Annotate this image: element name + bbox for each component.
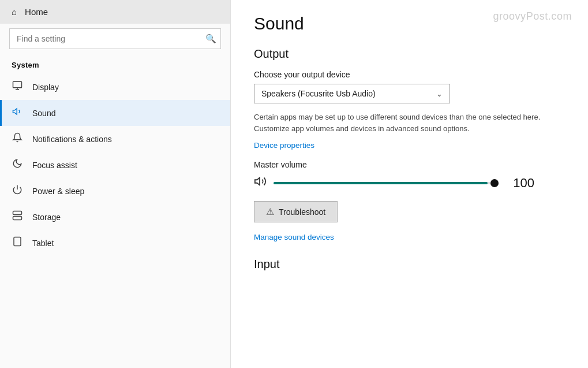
dropdown-arrow-icon: ⌄ [436, 90, 443, 98]
manage-sound-devices-link[interactable]: Manage sound devices [254, 233, 334, 241]
sidebar-item-tablet[interactable]: Tablet [0, 230, 230, 256]
sidebar-section-label: System [0, 57, 230, 74]
sidebar-item-display[interactable]: Display [0, 74, 230, 100]
volume-value: 100 [505, 176, 534, 191]
sidebar-item-display-label: Display [32, 83, 59, 92]
display-icon [12, 80, 23, 94]
device-label: Choose your output device [254, 70, 565, 79]
sidebar-item-sound[interactable]: Sound [0, 100, 230, 126]
sidebar-item-notifications-label: Notifications & actions [32, 135, 112, 144]
sidebar-item-power-label: Power & sleep [32, 187, 84, 196]
focus-icon [12, 158, 23, 172]
sidebar-item-tablet-label: Tablet [32, 239, 54, 248]
sidebar-nav: Display Sound Notifications & actio [0, 74, 230, 256]
device-properties-link[interactable]: Device properties [254, 141, 314, 150]
output-section: Output Choose your output device Speaker… [254, 47, 565, 252]
storage-icon [12, 210, 23, 224]
sidebar-item-home[interactable]: ⌂ Home [0, 0, 230, 24]
output-device-value: Speakers (Focusrite Usb Audio) [261, 89, 376, 98]
svg-marker-11 [255, 178, 260, 185]
volume-section: Master volume 100 [254, 160, 565, 191]
slider-thumb[interactable] [490, 179, 499, 187]
output-info-text: Certain apps may be set up to use differ… [254, 111, 565, 134]
search-button[interactable]: 🔍 [205, 34, 216, 44]
output-section-title: Output [254, 47, 565, 61]
sidebar: ⌂ Home 🔍 System Display [0, 0, 231, 368]
svg-rect-6 [13, 217, 22, 220]
search-input[interactable] [9, 28, 221, 49]
sidebar-item-sound-label: Sound [32, 109, 55, 118]
warning-icon: ⚠ [266, 206, 274, 217]
svg-rect-0 [13, 81, 22, 88]
sidebar-item-focus[interactable]: Focus assist [0, 152, 230, 178]
sidebar-search-container: 🔍 [9, 28, 221, 49]
svg-marker-3 [13, 109, 17, 115]
volume-slider[interactable] [274, 182, 499, 184]
sound-icon [12, 106, 23, 120]
power-icon [12, 184, 23, 198]
troubleshoot-button[interactable]: ⚠ Troubleshoot [254, 201, 338, 222]
troubleshoot-label: Troubleshoot [279, 207, 325, 217]
watermark: groovyPost.com [493, 10, 572, 23]
sidebar-item-focus-label: Focus assist [32, 161, 77, 170]
output-device-dropdown[interactable]: Speakers (Focusrite Usb Audio) ⌄ [254, 84, 450, 103]
sidebar-home-label: Home [25, 7, 48, 17]
home-icon: ⌂ [12, 7, 17, 17]
main-content: Sound Output Choose your output device S… [231, 0, 588, 368]
sidebar-item-storage-label: Storage [32, 213, 61, 222]
sidebar-item-notifications[interactable]: Notifications & actions [0, 126, 230, 152]
slider-fill [274, 182, 488, 184]
input-section-title: Input [254, 258, 565, 271]
svg-rect-5 [13, 211, 22, 215]
volume-label: Master volume [254, 160, 565, 169]
sidebar-item-power[interactable]: Power & sleep [0, 178, 230, 204]
sidebar-item-storage[interactable]: Storage [0, 204, 230, 230]
notifications-icon [12, 132, 23, 146]
volume-icon [254, 175, 267, 191]
volume-row: 100 [254, 175, 565, 191]
input-section: Input [254, 258, 565, 271]
tablet-icon [12, 236, 23, 250]
